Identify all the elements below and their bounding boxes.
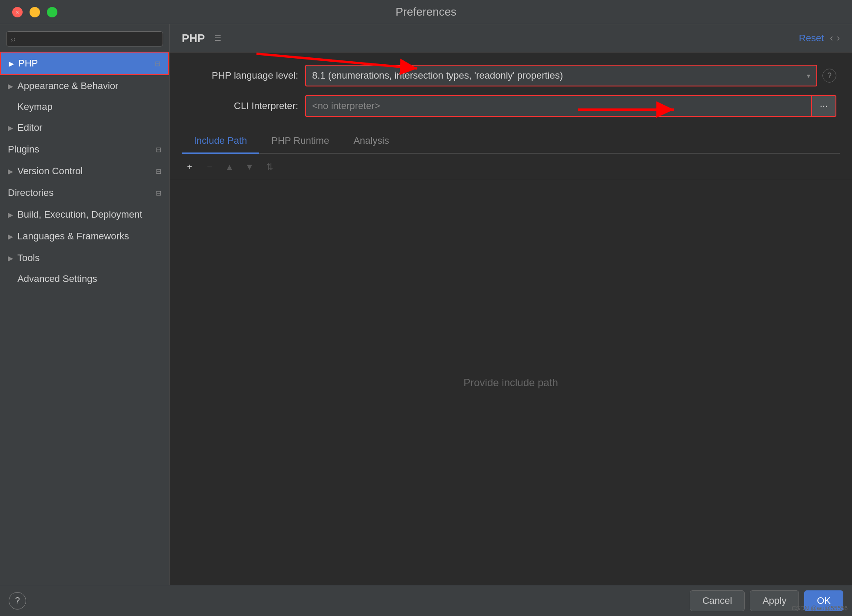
move-down-button[interactable]: ▼ [242, 159, 257, 175]
content-title: PHP [182, 32, 205, 45]
chevron-right-icon: ▶ [8, 211, 13, 219]
sidebar-item-label: Languages & Frameworks [17, 231, 161, 242]
bookmark-button[interactable]: ☰ [211, 31, 225, 45]
plus-icon: + [187, 162, 192, 172]
traffic-lights: × [12, 7, 57, 17]
toolbar-row: + − ▲ ▼ ⇅ [170, 154, 852, 180]
cli-interpreter-value: <no interpreter> [305, 95, 812, 117]
sidebar-item-label: Advanced Settings [17, 273, 97, 284]
sidebar-item-label: Build, Execution, Deployment [17, 209, 161, 220]
chevron-right-icon: ▶ [8, 232, 13, 241]
interpreter-browse-button[interactable]: ··· [812, 95, 836, 117]
close-icon: × [16, 9, 19, 16]
sidebar-item-appearance[interactable]: ▶ Appearance & Behavior [0, 75, 169, 97]
reset-button[interactable]: Reset [799, 33, 824, 44]
close-button[interactable]: × [12, 7, 23, 17]
php-language-level-value: 8.1 (enumerations, intersection types, '… [312, 70, 563, 81]
nav-arrows: ‹ › [830, 33, 840, 44]
tab-php-runtime[interactable]: PHP Runtime [259, 129, 341, 154]
chevron-right-icon: ▶ [8, 167, 13, 176]
sidebar-item-label: Editor [17, 122, 161, 133]
chevron-right-icon: ▶ [9, 60, 14, 68]
sort-icon: ⇅ [266, 162, 273, 172]
sidebar-item-plugins[interactable]: Plugins ⊟ [0, 139, 169, 160]
content-area: PHP ☰ Reset ‹ › PHP language level: 8.1 … [170, 24, 852, 585]
sidebar-item-php[interactable]: ▶ PHP ⊟ [0, 52, 169, 75]
sidebar-item-languages[interactable]: ▶ Languages & Frameworks [0, 225, 169, 247]
chevron-down-icon: ▾ [807, 72, 810, 80]
php-language-level-select[interactable]: 8.1 (enumerations, intersection types, '… [305, 65, 817, 86]
search-box[interactable]: ⌕ [6, 31, 163, 46]
php-language-level-row: PHP language level: 8.1 (enumerations, i… [185, 65, 836, 86]
back-button[interactable]: ‹ [830, 33, 833, 44]
tabs-row: Include Path PHP Runtime Analysis [182, 129, 840, 154]
sidebar-item-label: Plugins [8, 144, 151, 155]
sidebar-item-editor[interactable]: ▶ Editor [0, 117, 169, 139]
pin-icon: ⊟ [156, 189, 161, 197]
search-input[interactable] [19, 34, 158, 43]
cli-interpreter-label: CLI Interpreter: [185, 100, 298, 112]
search-icon: ⌕ [11, 34, 16, 43]
help-button[interactable]: ? [9, 592, 26, 609]
sidebar-item-label: Keymap [17, 101, 53, 112]
empty-state: Provide include path [170, 180, 852, 585]
tab-include-path[interactable]: Include Path [182, 129, 259, 154]
sidebar-item-advanced[interactable]: Advanced Settings [0, 269, 169, 289]
cli-interpreter-row: CLI Interpreter: <no interpreter> ··· [185, 95, 836, 117]
down-icon: ▼ [245, 162, 254, 172]
chevron-right-icon: ▶ [8, 254, 13, 262]
sidebar-item-version-control[interactable]: ▶ Version Control ⊟ [0, 160, 169, 182]
title-bar: × Preferences [0, 0, 852, 24]
chevron-right-icon: ▶ [8, 124, 13, 132]
remove-path-button[interactable]: − [202, 159, 217, 175]
move-up-button[interactable]: ▲ [222, 159, 237, 175]
bottom-bar: ? Cancel Apply OK [0, 585, 852, 616]
php-language-level-label: PHP language level: [185, 70, 298, 81]
sidebar-item-label: Version Control [17, 166, 151, 177]
window-title: Preferences [396, 5, 456, 19]
sidebar-item-label: Directories [8, 187, 151, 199]
help-button[interactable]: ? [822, 69, 836, 83]
sidebar-nav: ▶ PHP ⊟ ▶ Appearance & Behavior Keymap ▶… [0, 52, 169, 585]
sidebar-item-build[interactable]: ▶ Build, Execution, Deployment [0, 204, 169, 225]
up-icon: ▲ [225, 162, 234, 172]
main-layout: ⌕ ▶ PHP ⊟ ▶ Appearance & Behavior Keymap… [0, 24, 852, 585]
sidebar-item-directories[interactable]: Directories ⊟ [0, 182, 169, 204]
content-wrapper: PHP ☰ Reset ‹ › PHP language level: 8.1 … [170, 24, 852, 585]
watermark: CSDN @wu@55556 [792, 605, 848, 612]
chevron-right-icon: ▶ [8, 82, 13, 90]
sidebar: ⌕ ▶ PHP ⊟ ▶ Appearance & Behavior Keymap… [0, 24, 170, 585]
form-area: PHP language level: 8.1 (enumerations, i… [170, 53, 852, 129]
sidebar-item-keymap[interactable]: Keymap [0, 97, 169, 117]
cli-interpreter-control: <no interpreter> ··· [305, 95, 836, 117]
sidebar-item-tools[interactable]: ▶ Tools [0, 247, 169, 269]
cancel-button[interactable]: Cancel [690, 590, 745, 611]
sort-button[interactable]: ⇅ [262, 159, 277, 175]
add-path-button[interactable]: + [182, 159, 197, 175]
tab-analysis[interactable]: Analysis [341, 129, 401, 154]
minimize-button[interactable] [30, 7, 40, 17]
minus-icon: − [207, 162, 212, 172]
pin-icon: ⊟ [156, 146, 161, 154]
sidebar-item-label: Appearance & Behavior [17, 80, 161, 92]
content-header: PHP ☰ Reset ‹ › [170, 24, 852, 53]
php-language-level-control: 8.1 (enumerations, intersection types, '… [305, 65, 836, 86]
forward-button[interactable]: › [837, 33, 840, 44]
pin-icon: ⊟ [156, 167, 161, 176]
sidebar-item-label: PHP [18, 58, 150, 69]
maximize-button[interactable] [47, 7, 57, 17]
sidebar-item-label: Tools [17, 252, 161, 264]
pin-icon: ⊟ [155, 60, 160, 68]
